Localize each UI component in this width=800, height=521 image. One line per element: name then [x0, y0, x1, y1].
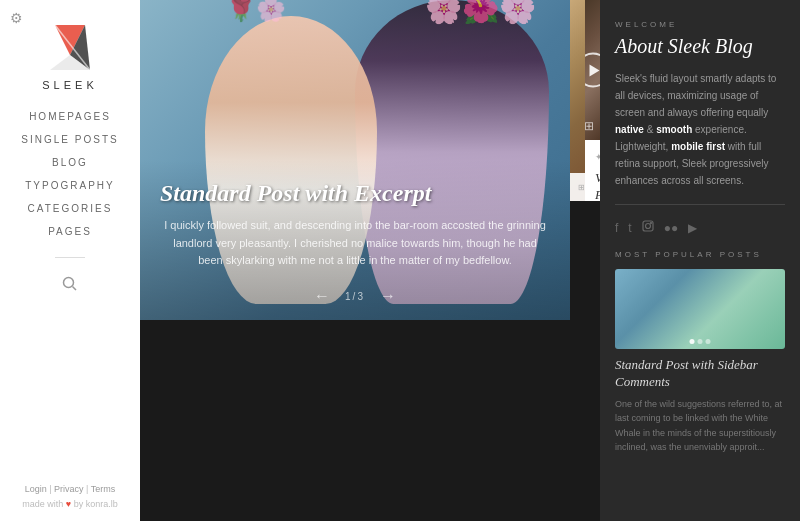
- twitter-icon[interactable]: t: [628, 221, 631, 235]
- popular-post-excerpt: One of the wild suggestions referred to,…: [615, 397, 785, 455]
- welcome-divider: [615, 204, 785, 205]
- post-card-video-image: ⊞: [585, 0, 600, 140]
- sidebar-divider: [55, 257, 85, 258]
- post-card-video[interactable]: ⊞ ✦ Easy Workflow 💬 5 Video Post & Inter…: [585, 0, 600, 201]
- welcome-label: WELCOME: [615, 20, 785, 29]
- hero-next-button[interactable]: →: [380, 287, 396, 305]
- svg-point-4: [64, 278, 74, 288]
- popular-posts-label: MOST POPULAR POSTS: [615, 250, 785, 259]
- expand-icon[interactable]: ⊞: [585, 119, 594, 134]
- sidebar: ⚙ SLEEK HOMEPAGES SINGLE POSTS BLOG TYPO…: [0, 0, 140, 521]
- welcome-text-2: &: [644, 124, 656, 135]
- svg-point-7: [645, 224, 650, 229]
- video-play-button[interactable]: [585, 53, 600, 88]
- post-card-food-footer: ⊞⊞ In Season 💬 0: [570, 173, 585, 201]
- hero-prev-button[interactable]: ←: [314, 287, 330, 305]
- sidebar-item-homepages[interactable]: HOMEPAGES: [29, 111, 111, 122]
- welcome-text: Sleek's fluid layout smartly adapts to a…: [615, 70, 785, 189]
- by-text: by konra.lb: [74, 499, 118, 509]
- smooth-emphasis: smooth: [656, 124, 692, 135]
- tag-icon: ✦: [595, 152, 600, 162]
- hero-flowers-right: 🌸🌺🌸: [425, 0, 536, 25]
- heart-icon: ♥: [66, 499, 71, 509]
- welcome-title: About Sleek Blog: [615, 34, 785, 58]
- welcome-text-1: Sleek's fluid layout smartly adapts to a…: [615, 73, 776, 118]
- youtube-icon[interactable]: ▶: [688, 221, 697, 235]
- logo-text: SLEEK: [42, 79, 97, 91]
- post-card-food-image: [570, 0, 585, 201]
- login-link[interactable]: Login: [25, 484, 47, 494]
- terms-link[interactable]: Terms: [91, 484, 116, 494]
- search-button[interactable]: [62, 276, 78, 296]
- instagram-icon[interactable]: [642, 220, 654, 235]
- thumbnail-dots: [690, 339, 711, 344]
- right-sidebar: WELCOME About Sleek Blog Sleek's fluid l…: [600, 0, 800, 521]
- sidebar-item-typography[interactable]: TYPOGRAPHY: [25, 180, 114, 191]
- sidebar-nav: HOMEPAGES SINGLE POSTS BLOG TYPOGRAPHY C…: [0, 111, 140, 266]
- play-triangle-icon: [589, 64, 599, 76]
- facebook-icon[interactable]: f: [615, 221, 618, 235]
- native-emphasis: native: [615, 124, 644, 135]
- hero-excerpt: I quickly followed suit, and descending …: [160, 217, 550, 270]
- logo-icon: [45, 20, 95, 75]
- hero-slider: 🌸🌺🌸 🌹🌸 Standard Post with Excerpt I quic…: [140, 0, 570, 320]
- svg-line-5: [73, 287, 77, 291]
- made-with-text: made with: [22, 499, 63, 509]
- privacy-link[interactable]: Privacy: [54, 484, 84, 494]
- search-icon: [62, 276, 78, 292]
- gear-icon[interactable]: ⚙: [10, 10, 23, 27]
- posts-grid: ⊞⊞ In Season 💬 0 ⊞ ✦ Easy Workflow: [570, 0, 600, 201]
- popular-thumb-image: [615, 269, 785, 349]
- popular-post-title[interactable]: Standard Post with Sidebar Comments: [615, 357, 785, 391]
- post-card-food[interactable]: ⊞⊞ In Season 💬 0: [570, 0, 585, 201]
- svg-point-8: [650, 223, 651, 224]
- hero-nav: ← 1/3 →: [140, 287, 570, 305]
- dot-1: [690, 339, 695, 344]
- social-icons: f t ●● ▶: [615, 220, 785, 235]
- dot-3: [706, 339, 711, 344]
- sidebar-footer: Login | Privacy | Terms made with ♥ by k…: [22, 482, 117, 511]
- popular-post-thumbnail[interactable]: [615, 269, 785, 349]
- logo-container: SLEEK: [42, 20, 97, 91]
- hero-slide-count: 1/3: [345, 291, 365, 302]
- post-card-video-content: ✦ Easy Workflow 💬 5 Video Post & Intervi…: [585, 140, 600, 201]
- sidebar-item-categories[interactable]: CATEGORIES: [28, 203, 113, 214]
- dot-2: [698, 339, 703, 344]
- main-content: 🌸🌺🌸 🌹🌸 Standard Post with Excerpt I quic…: [140, 0, 600, 521]
- hero-title: Standard Post with Excerpt: [160, 180, 550, 207]
- sidebar-item-single-posts[interactable]: SINGLE POSTS: [21, 134, 118, 145]
- sidebar-item-blog[interactable]: BLOG: [52, 157, 88, 168]
- sidebar-item-pages[interactable]: PAGES: [48, 226, 92, 237]
- hero-flowers-left: 🌹🌸: [226, 0, 286, 23]
- mobile-first-emphasis: mobile first: [671, 141, 725, 152]
- flickr-icon[interactable]: ●●: [664, 221, 679, 235]
- post-category-icon: ⊞⊞: [578, 183, 585, 192]
